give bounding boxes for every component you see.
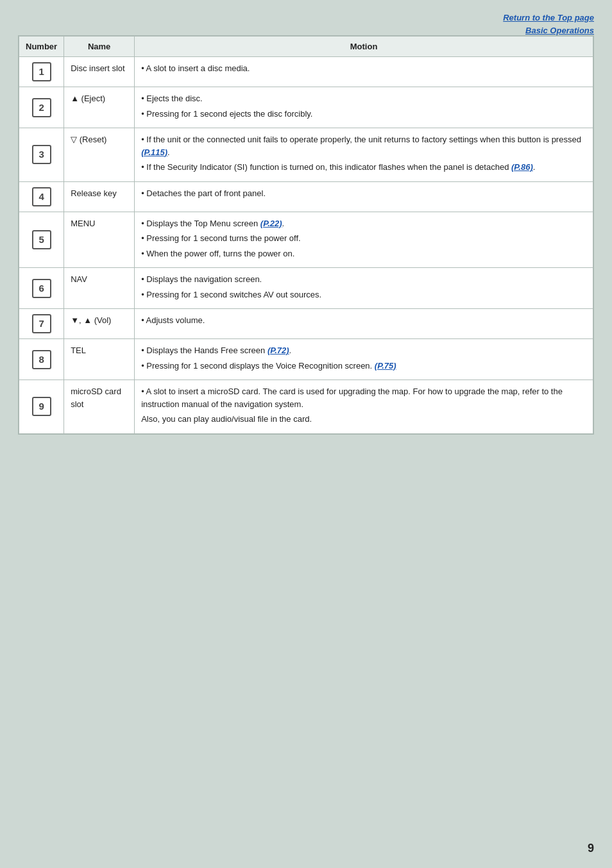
table-row: 5MENU• Displays the Top Menu screen (P.2… — [19, 212, 593, 268]
row-motion-cell: • Displays the Hands Free screen (P.72).… — [135, 339, 593, 380]
col-motion: Motion — [135, 37, 593, 57]
motion-text: • Displays the navigation screen. — [141, 273, 586, 286]
motion-text: • If the unit or the connected unit fail… — [141, 133, 586, 158]
motion-text: • Adjusts volume. — [141, 314, 586, 327]
motion-text: • Pressing for 1 second turns the power … — [141, 232, 586, 245]
row-motion-cell: • A slot to insert a microSD card. The c… — [135, 380, 593, 434]
table-row: 8TEL• Displays the Hands Free screen (P.… — [19, 339, 593, 380]
row-number-cell: 7 — [19, 309, 64, 339]
number-badge: 7 — [32, 314, 51, 333]
number-badge: 6 — [32, 279, 51, 298]
row-name-cell: ▲ (Eject) — [64, 87, 135, 128]
row-number-cell: 3 — [19, 128, 64, 182]
motion-text: • Pressing for 1 second displays the Voi… — [141, 360, 586, 372]
row-name-cell: Disc insert slot — [64, 57, 135, 87]
motion-text: • Displays the Top Menu screen (P.22). — [141, 217, 586, 230]
number-badge: 5 — [32, 230, 51, 249]
page-ref-link[interactable]: (P.75) — [375, 361, 396, 371]
number-badge: 3 — [32, 145, 51, 164]
table-row: 1Disc insert slot• A slot to insert a di… — [19, 57, 593, 87]
table-row: 7▼, ▲ (Vol)• Adjusts volume. — [19, 309, 593, 339]
operations-table: Number Name Motion 1Disc insert slot• A … — [19, 36, 593, 434]
motion-text: • Detaches the part of front panel. — [141, 187, 586, 200]
number-badge: 9 — [32, 397, 51, 416]
page-ref-link[interactable]: (P.72) — [268, 346, 289, 355]
col-name: Name — [64, 37, 135, 57]
row-name-cell: ▼, ▲ (Vol) — [64, 309, 135, 339]
table-header-row: Number Name Motion — [19, 37, 593, 57]
row-motion-cell: • If the unit or the connected unit fail… — [135, 128, 593, 182]
motion-text: • A slot to insert a microSD card. The c… — [141, 385, 586, 410]
page-ref-link[interactable]: (P.22) — [260, 219, 282, 228]
number-badge: 1 — [32, 62, 51, 81]
row-motion-cell: • Displays the Top Menu screen (P.22).• … — [135, 212, 593, 268]
page-ref-link[interactable]: (P.115) — [141, 147, 167, 157]
row-motion-cell: • Displays the navigation screen.• Press… — [135, 268, 593, 309]
row-name-cell: TEL — [64, 339, 135, 380]
row-number-cell: 6 — [19, 268, 64, 309]
motion-text: • Ejects the disc. — [141, 92, 586, 105]
motion-text: • Pressing for 1 second ejects the disc … — [141, 108, 586, 121]
row-name-cell: Release key — [64, 181, 135, 212]
return-to-top-link[interactable]: Return to the Top page — [503, 12, 594, 24]
table-row: 9microSD card slot• A slot to insert a m… — [19, 380, 593, 434]
table-row: 4Release key• Detaches the part of front… — [19, 181, 593, 212]
motion-text: • A slot to insert a disc media. — [141, 62, 586, 75]
motion-text: • Displays the Hands Free screen (P.72). — [141, 344, 586, 357]
row-motion-cell: • Detaches the part of front panel. — [135, 181, 593, 212]
table-row: 2▲ (Eject)• Ejects the disc.• Pressing f… — [19, 87, 593, 128]
row-motion-cell: • A slot to insert a disc media. — [135, 57, 593, 87]
row-number-cell: 5 — [19, 212, 64, 268]
row-name-cell: NAV — [64, 268, 135, 309]
main-table-container: Number Name Motion 1Disc insert slot• A … — [18, 35, 594, 435]
page-ref-link[interactable]: (P.86) — [511, 162, 533, 172]
table-row: 6NAV• Displays the navigation screen.• P… — [19, 268, 593, 309]
row-motion-cell: • Ejects the disc.• Pressing for 1 secon… — [135, 87, 593, 128]
motion-text: Also, you can play audio/visual file in … — [141, 413, 586, 426]
row-name-cell: microSD card slot — [64, 380, 135, 434]
number-badge: 8 — [32, 350, 51, 369]
row-number-cell: 4 — [19, 181, 64, 212]
basic-operations-link[interactable]: Basic Operations — [503, 24, 594, 37]
col-number: Number — [19, 37, 64, 57]
motion-text: • When the power off, turns the power on… — [141, 247, 586, 260]
number-badge: 2 — [32, 98, 51, 117]
top-navigation: Return to the Top page Basic Operations — [503, 12, 594, 37]
row-name-cell: MENU — [64, 212, 135, 268]
row-number-cell: 2 — [19, 87, 64, 128]
motion-text: • Pressing for 1 second switches AV out … — [141, 288, 586, 301]
row-number-cell: 1 — [19, 57, 64, 87]
table-row: 3▽ (Reset)• If the unit or the connected… — [19, 128, 593, 182]
row-name-cell: ▽ (Reset) — [64, 128, 135, 182]
motion-text: • If the Security Indicator (SI) functio… — [141, 161, 586, 174]
row-motion-cell: • Adjusts volume. — [135, 309, 593, 339]
number-badge: 4 — [32, 187, 51, 206]
row-number-cell: 9 — [19, 380, 64, 434]
row-number-cell: 8 — [19, 339, 64, 380]
page-number: 9 — [588, 842, 594, 855]
